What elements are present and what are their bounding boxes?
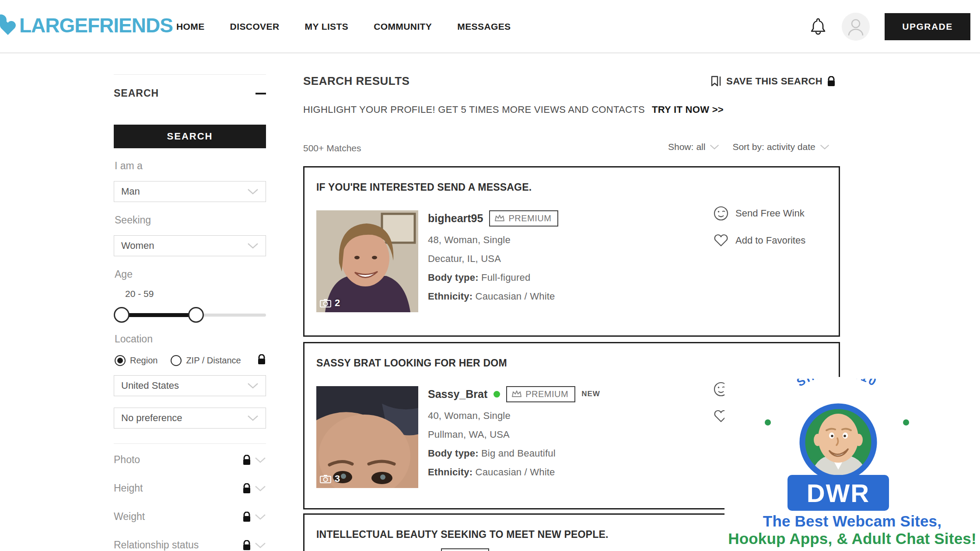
age-label: Age [115,269,133,280]
show-filter-dropdown[interactable]: Show: all [668,142,719,152]
dwr-mascot-face [796,400,881,485]
nav-discover[interactable]: DISCOVER [230,21,280,32]
state-preference-select[interactable]: No preference [114,408,266,429]
logo-text: LARGEFRIENDS [19,14,173,37]
sort-by-dropdown[interactable]: Sort by: activity date [732,142,829,152]
chevron-down-icon [710,144,719,150]
body-type-label: Body type: [428,448,479,459]
body-type-value: Big and Beautiful [481,448,556,459]
username-link[interactable]: Sassy_Brat [428,388,487,401]
dwr-tagline-line2: Hookup Apps, & Adult Chat Sites! [724,530,980,548]
lock-icon [827,76,836,87]
chevron-down-icon [247,188,259,195]
zip-distance-radio[interactable] [171,355,182,366]
i-am-a-label: I am a [115,160,143,172]
body-type-label: Body type: [428,272,479,283]
save-this-search[interactable]: SAVE THIS SEARCH [710,75,836,87]
send-free-wink-button[interactable]: Send Free Wink [714,206,805,221]
collapse-panel-icon[interactable] [256,93,266,94]
ethnicity-line: Ethnicity: Caucasian / White [428,467,600,478]
i-am-a-select[interactable]: Man [114,181,266,202]
sidebar-divider-mid [114,443,266,444]
username-link[interactable]: bigheart95 [428,212,483,225]
chevron-down-icon [247,415,259,421]
logo-heart-icon [0,13,19,38]
profile-avatar[interactable] [842,13,870,41]
promo-banner: HIGHLIGHT YOUR PROFILE! GET 5 TIMES MORE… [303,104,724,115]
save-search-bookmark-icon [710,75,722,87]
top-header: LARGEFRIENDS HOME DISCOVER MY LISTS COMM… [0,0,980,53]
since-2010-text: SINCE 2010 [794,379,879,389]
site-logo[interactable]: LARGEFRIENDS [4,13,173,38]
age-slider-fill [122,313,196,317]
nav-my-lists[interactable]: MY LISTS [305,21,349,32]
age-slider-handle-max[interactable] [188,307,204,323]
filter-photo[interactable]: Photo [114,454,266,466]
crown-icon [494,214,505,223]
sidebar-panel-title: SEARCH [114,87,159,99]
profile-info: bigheart95 PREMIUM 48, Woman, Single Dec… [428,209,558,302]
show-value: all [696,142,705,152]
dwr-ad-overlay[interactable]: SINCE 2010 DW [724,377,980,551]
upgrade-button[interactable]: UPGRADE [885,13,970,40]
body-type-line: Body type: Full-figured [428,272,558,283]
show-sort-controls: Show: all Sort by: activity date [668,142,830,152]
header-right: UPGRADE [809,0,970,53]
main-nav: HOME DISCOVER MY LISTS COMMUNITY MESSAGE… [176,0,511,53]
chevron-down-icon [255,457,266,463]
dwr-brand-text: DWR [807,478,870,508]
location-line: Decatur, IL, USA [428,253,558,265]
nav-community[interactable]: COMMUNITY [374,21,432,32]
profile-photo[interactable]: 3 [316,386,418,488]
crown-icon [511,390,522,398]
lock-icon [242,512,251,522]
online-status-dot [494,391,500,398]
age-slider-handle-min[interactable] [114,307,130,323]
location-label: Location [115,333,153,345]
nav-home[interactable]: HOME [176,21,205,32]
preference-value: No preference [121,412,182,424]
lock-icon [242,540,251,551]
filter-weight[interactable]: Weight [114,511,266,523]
chevron-down-icon [255,514,266,520]
location-radio-row: Region ZIP / Distance [115,354,266,366]
result-card-bigheart95: IF YOU'RE INTERESTED SEND A MESSAGE. [303,166,840,337]
ethnicity-line: Ethnicity: Caucasian / White [428,291,558,302]
photo-count: 3 [335,473,340,485]
location-lock-icon [257,354,266,366]
seeking-select[interactable]: Women [114,235,266,256]
save-search-label: SAVE THIS SEARCH [726,76,822,87]
chevron-down-icon [247,383,259,389]
sidebar-search-button[interactable]: SEARCH [114,125,266,148]
seeking-label: Seeking [115,214,151,226]
age-range-value: 20 - 59 [125,289,154,299]
page-title: SEARCH RESULTS [303,74,410,88]
body-type-value: Full-figured [481,272,530,283]
lock-icon [242,455,251,465]
profile-photo[interactable]: 2 [316,210,418,312]
chevron-down-icon [255,542,266,548]
location-line: Pullman, WA, USA [428,429,600,440]
dwr-logo-box: DWR [788,475,889,511]
ethnicity-label: Ethnicity: [428,291,472,302]
profile-actions: Send Free Wink Add to Favorites [714,206,805,260]
photo-filter-label: Photo [114,454,140,466]
profile-headline: SASSY BRAT LOOKING FOR HER DOM [316,357,507,369]
add-to-favorites-button[interactable]: Add to Favorites [714,234,805,248]
show-label: Show: [668,142,693,152]
region-radio[interactable] [115,355,126,366]
country-select[interactable]: United States [114,375,266,396]
wink-label: Send Free Wink [735,208,805,219]
camera-icon [320,474,331,483]
body-type-line: Body type: Big and Beautiful [428,448,600,459]
notifications-bell-icon[interactable] [809,17,827,36]
age-gender-status: 48, Woman, Single [428,234,558,246]
seeking-value: Women [121,240,154,251]
nav-messages[interactable]: MESSAGES [457,21,511,32]
ethnicity-label: Ethnicity: [428,467,472,478]
premium-badge: PREMIUM [506,386,575,402]
premium-badge [441,548,489,551]
filter-relationship-status[interactable]: Relationship status [114,539,266,551]
filter-height[interactable]: Height [114,482,266,494]
promo-try-it-now-link[interactable]: TRY IT NOW >> [652,104,724,115]
